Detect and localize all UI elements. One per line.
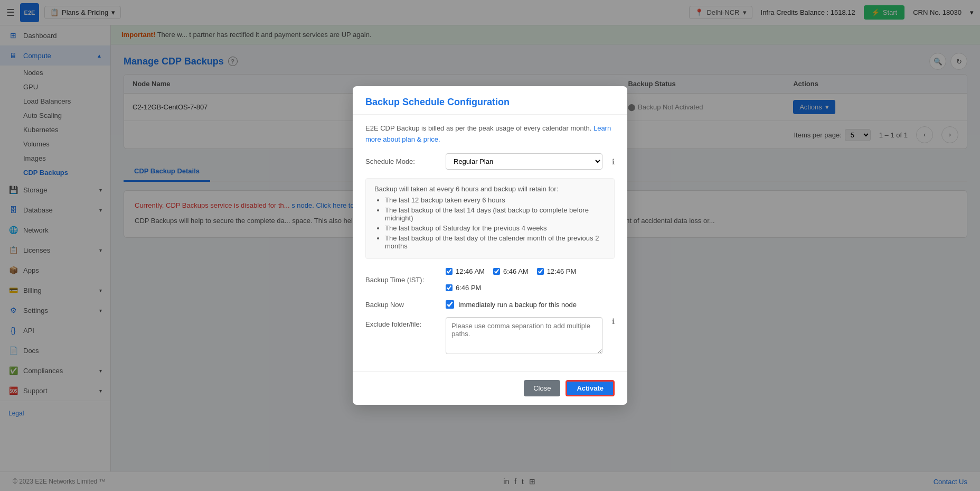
list-item: The last backup of the last day of the c… <box>385 234 606 250</box>
schedule-mode-label: Schedule Mode: <box>365 158 439 165</box>
schedule-mode-select[interactable]: Regular Plan Custom Plan <box>446 153 602 170</box>
exclude-label: Exclude folder/file: <box>365 317 439 328</box>
activate-button[interactable]: Activate <box>566 380 615 396</box>
time-label-1246am: 12:46 AM <box>456 267 485 275</box>
schedule-mode-control: Regular Plan Custom Plan <box>446 153 602 170</box>
backup-now-checkbox[interactable] <box>446 300 454 309</box>
time-cb-646pm-input[interactable] <box>446 284 453 291</box>
modal-header: Backup Schedule Configuration <box>353 86 627 115</box>
exclude-row: Exclude folder/file: ℹ <box>365 317 615 354</box>
time-cb-1246am-input[interactable] <box>446 268 453 275</box>
schedule-mode-row: Schedule Mode: Regular Plan Custom Plan … <box>365 153 615 170</box>
exclude-info-icon[interactable]: ℹ <box>612 317 615 326</box>
time-label-646pm: 6:46 PM <box>456 284 481 292</box>
backup-info-box: Backup will taken at every 6 hours and b… <box>365 178 615 259</box>
time-cb-1246am[interactable]: 12:46 AM <box>446 267 485 275</box>
backup-now-checkbox-label[interactable]: Immediately run a backup for this node <box>446 300 577 309</box>
list-item: The last backup of the last 14 days (las… <box>385 206 606 222</box>
modal-footer: Close Activate <box>353 371 627 405</box>
time-cb-1246pm-input[interactable] <box>537 268 544 275</box>
time-label-1246pm: 12:46 PM <box>547 267 577 275</box>
schedule-info-icon[interactable]: ℹ <box>612 158 615 166</box>
close-button[interactable]: Close <box>524 380 560 396</box>
modal-overlay: Backup Schedule Configuration E2E CDP Ba… <box>0 0 980 491</box>
backup-info-list: The last 12 backup taken every 6 hours T… <box>374 196 606 250</box>
modal-body: E2E CDP Backup is billed as per the peak… <box>353 115 627 372</box>
backup-now-cb-text: Immediately run a backup for this node <box>458 301 577 309</box>
backup-time-row: Backup Time (IST): 12:46 AM 6:46 AM 12:4… <box>365 267 615 292</box>
modal-description: E2E CDP Backup is billed as per the peak… <box>365 123 615 145</box>
backup-schedule-modal: Backup Schedule Configuration E2E CDP Ba… <box>353 86 627 405</box>
modal-title: Backup Schedule Configuration <box>365 97 615 108</box>
backup-info-heading: Backup will taken at every 6 hours and b… <box>374 185 606 193</box>
backup-time-label: Backup Time (IST): <box>365 276 439 284</box>
modal-desc-text: E2E CDP Backup is billed as per the peak… <box>365 124 591 132</box>
backup-now-row: Backup Now Immediately run a backup for … <box>365 300 615 309</box>
time-cb-1246pm[interactable]: 12:46 PM <box>537 267 577 275</box>
time-cb-646am[interactable]: 6:46 AM <box>493 267 529 275</box>
time-cb-646pm[interactable]: 6:46 PM <box>446 284 481 292</box>
time-checkboxes: 12:46 AM 6:46 AM 12:46 PM 6:46 PM <box>446 267 615 292</box>
time-cb-646am-input[interactable] <box>493 268 500 275</box>
time-label-646am: 6:46 AM <box>503 267 529 275</box>
list-item: The last backup of Saturday for the prev… <box>385 224 606 232</box>
exclude-textarea[interactable] <box>446 317 602 354</box>
backup-now-label: Backup Now <box>365 301 439 309</box>
list-item: The last 12 backup taken every 6 hours <box>385 196 606 204</box>
